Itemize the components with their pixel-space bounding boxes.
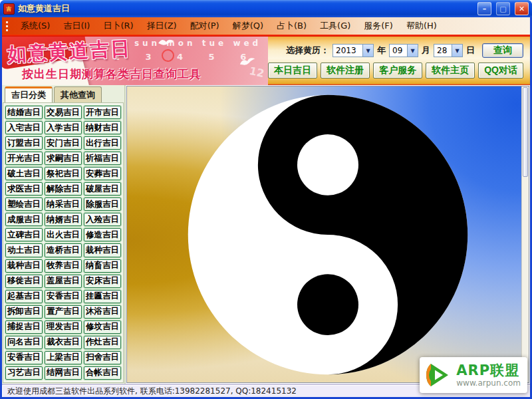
category-button[interactable]: 出行吉日 [84,136,121,150]
query-button[interactable]: 查询 [482,43,523,58]
category-button[interactable]: 问名吉日 [5,336,43,349]
tab-jiri-categories[interactable]: 吉日分类 [5,86,53,102]
chevron-down-icon[interactable]: ▼ [452,45,462,57]
category-button[interactable]: 作灶吉日 [84,336,121,349]
quick-button[interactable]: 本日吉日 [268,63,317,78]
category-button[interactable]: 纳畜吉日 [84,259,121,273]
category-button[interactable]: 纳财吉日 [84,121,121,134]
chevron-down-icon[interactable]: ▼ [407,45,418,57]
menu-item[interactable]: 帮助(H) [400,18,444,34]
title-bar[interactable]: 吉 如意黄道吉日 – ▢ ✕ [0,0,532,17]
date-picker-label: 选择黄历： [286,45,329,57]
category-button[interactable]: 修坟吉日 [84,321,121,334]
category-button[interactable]: 置产吉日 [45,305,82,319]
quick-button[interactable]: QQ对话 [478,63,523,78]
category-button[interactable]: 动土吉日 [5,243,43,257]
quick-button[interactable]: 软件主页 [426,63,475,78]
day-value: 28 [434,46,452,55]
category-button[interactable]: 祈福吉日 [84,152,121,165]
category-button[interactable]: 求嗣吉日 [45,152,82,165]
category-button[interactable]: 订盟吉日 [5,136,43,150]
category-button[interactable]: 安门吉日 [45,136,82,150]
category-button[interactable]: 安葬吉日 [84,167,121,180]
category-button[interactable]: 立碑吉日 [5,228,43,241]
category-button[interactable]: 入殓吉日 [84,213,121,226]
category-button[interactable]: 捕捉吉日 [5,321,43,334]
category-button[interactable]: 沐浴吉日 [84,305,121,319]
category-button[interactable]: 破屋吉日 [84,182,121,196]
category-button[interactable]: 拆卸吉日 [5,305,43,319]
menu-item[interactable]: 日卜(R) [96,18,140,34]
category-button[interactable]: 安床吉日 [84,275,121,288]
content-area: 吉日分类 其他查询 结婚吉日交易吉日开市吉日入宅吉日入学吉日纳财吉日订盟吉日安门… [2,85,530,384]
category-grid: 结婚吉日交易吉日开市吉日入宅吉日入学吉日纳财吉日订盟吉日安门吉日出行吉日开光吉日… [3,102,124,383]
category-button[interactable]: 盖屋吉日 [45,275,82,288]
tab-other-queries[interactable]: 其他查询 [54,86,102,102]
toolbar-grip-icon [6,21,9,31]
category-button[interactable]: 牧养吉日 [45,259,82,273]
menu-item[interactable]: 工具(G) [313,18,357,34]
close-button[interactable]: ✕ [515,2,529,15]
window-title: 如意黄道吉日 [18,3,473,15]
category-button[interactable]: 起基吉日 [5,290,43,303]
arp-url[interactable]: www.arpun.com [456,379,521,387]
maximize-button[interactable]: ▢ [496,2,510,15]
category-button[interactable]: 扫舍吉日 [84,351,121,364]
menu-item[interactable]: 吉日(I) [57,18,96,34]
menu-item[interactable]: 解梦(Q) [226,18,270,34]
calendar-numbers-text: 2 3 4 5 6 [114,52,257,62]
category-button[interactable]: 合帐吉日 [84,366,121,380]
month-value: 09 [390,46,407,55]
category-button[interactable]: 纳采吉日 [45,198,82,211]
category-button[interactable]: 入学吉日 [45,121,82,134]
category-button[interactable]: 修造吉日 [84,228,121,241]
category-button[interactable]: 栽种吉日 [5,259,43,273]
category-button[interactable]: 安香吉日 [45,290,82,303]
category-button[interactable]: 上梁吉日 [45,351,82,364]
menu-item[interactable]: 配对(P) [184,18,226,34]
category-button[interactable]: 出火吉日 [45,228,82,241]
category-button[interactable]: 移徙吉日 [5,275,43,288]
category-button[interactable]: 造桥吉日 [45,243,82,257]
year-select[interactable]: 2013 ▼ [332,44,374,57]
menu-bar: 系统(S)吉日(I)日卜(R)择日(Z)配对(P)解梦(Q)占卜(B)工具(G)… [2,17,530,35]
year-suffix-label: 年 [377,45,386,57]
category-button[interactable]: 入宅吉日 [5,121,43,134]
category-button[interactable]: 解除吉日 [45,182,82,196]
category-button[interactable]: 习艺吉日 [5,366,43,380]
scrollbar-thumb[interactable] [523,87,528,177]
arp-watermark: ARP联盟 www.arpun.com [420,357,527,393]
category-button[interactable]: 祭祀吉日 [45,167,82,180]
banner-image: sun mon tue wed 2 3 4 5 6 12 如意黄道吉日 按出生日… [2,37,268,85]
category-button[interactable]: 纳婿吉日 [45,213,82,226]
banner-subtitle: 按出生日期测算各类吉日查询工具 [22,66,201,82]
quick-button[interactable]: 软件注册 [321,63,370,78]
header-controls-panel: 选择黄历： 2013 ▼ 年 09 ▼ 月 28 ▼ 日 [268,37,530,85]
menu-item[interactable]: 占卜(B) [270,18,313,34]
category-button[interactable]: 挂匾吉日 [84,290,121,303]
month-select[interactable]: 09 ▼ [389,44,418,57]
category-button[interactable]: 除服吉日 [84,198,121,211]
category-button[interactable]: 开市吉日 [84,106,121,119]
category-button[interactable]: 成服吉日 [5,213,43,226]
category-button[interactable]: 理发吉日 [45,321,82,334]
category-button[interactable]: 栽种吉日 [84,243,121,257]
category-button[interactable]: 开光吉日 [5,152,43,165]
category-button[interactable]: 破土吉日 [5,167,43,180]
category-button[interactable]: 安香吉日 [5,351,43,364]
menu-item[interactable]: 择日(Z) [140,18,184,34]
minimize-button[interactable]: – [477,2,491,15]
chevron-down-icon[interactable]: ▼ [362,45,373,57]
category-button[interactable]: 求医吉日 [5,182,43,196]
vertical-scrollbar[interactable] [521,86,529,382]
category-button[interactable]: 塑绘吉日 [5,198,43,211]
category-button[interactable]: 裁衣吉日 [45,336,82,349]
day-select[interactable]: 28 ▼ [434,44,463,57]
menu-item[interactable]: 系统(S) [14,18,57,34]
category-button[interactable]: 结婚吉日 [5,106,43,119]
quick-button[interactable]: 客户服务 [373,63,422,78]
status-text: 欢迎使用成都三益软件出品系列软件, 联系电话:13982281527, QQ:1… [7,386,297,397]
category-button[interactable]: 结网吉日 [45,366,82,380]
menu-item[interactable]: 服务(F) [357,18,400,34]
category-button[interactable]: 交易吉日 [45,106,82,119]
